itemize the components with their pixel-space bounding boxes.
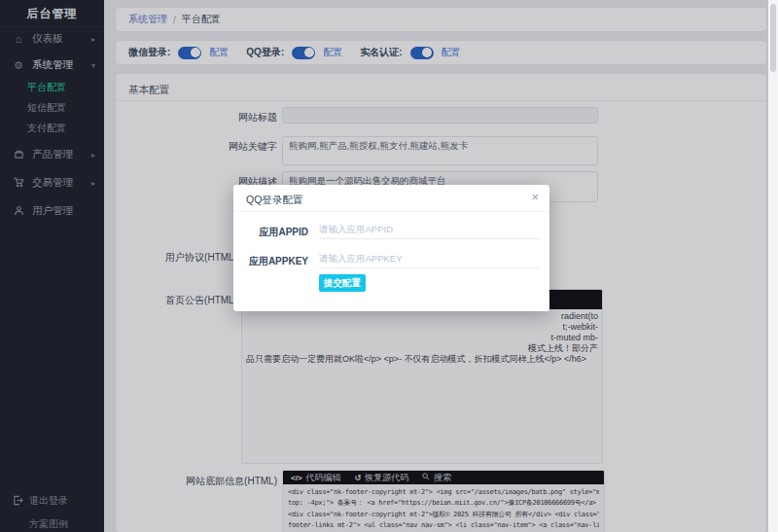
appkey-input[interactable] [319,249,540,268]
qq-login-config-modal: QQ登录配置 × 应用APPID 应用APPKEY 提交配置 [233,185,549,311]
close-icon[interactable]: × [531,190,539,204]
appkey-label: 应用APPKEY [233,255,308,268]
appid-input[interactable] [319,220,540,239]
appid-label: 应用APPID [233,226,308,239]
modal-title: QQ登录配置 [246,194,302,207]
page-scrollbar[interactable] [768,0,778,532]
submit-config-button[interactable]: 提交配置 [319,274,366,292]
scrollbar-thumb[interactable] [770,4,776,72]
divider [233,211,549,212]
